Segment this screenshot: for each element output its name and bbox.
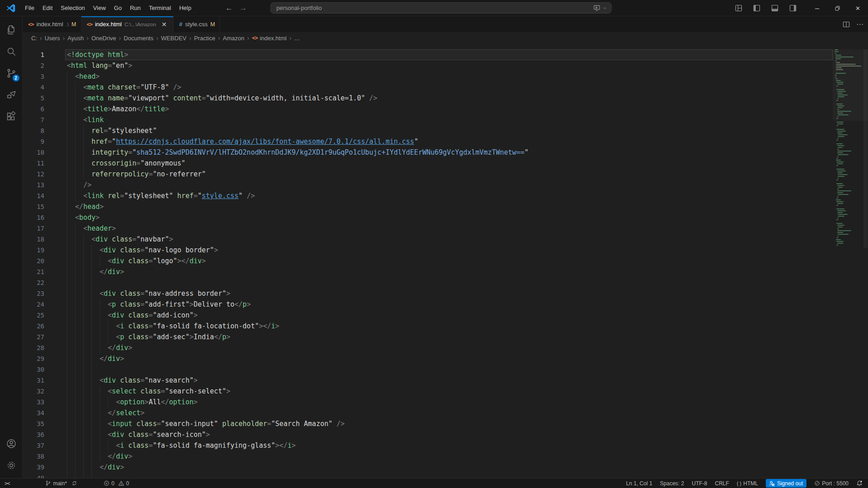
extensions-icon[interactable] <box>0 106 22 128</box>
breadcrumb-symbol-tail[interactable]: … <box>294 35 300 42</box>
customize-layout-icon[interactable] <box>732 2 745 14</box>
code-line-29[interactable]: 29 </div> <box>23 353 868 364</box>
source-control-icon[interactable]: 2 <box>0 62 22 84</box>
code-editor[interactable]: 1<!doctype html>2<html lang="en">3 <head… <box>23 44 868 478</box>
code-line-27[interactable]: 27 <p class="add-sec">India</p> <box>23 332 868 342</box>
code-line-34[interactable]: 34 </select> <box>23 407 868 418</box>
code-line-33[interactable]: 33 <option>All</option> <box>23 397 868 407</box>
toggle-panel-icon[interactable] <box>768 2 782 14</box>
code-line-6[interactable]: 6 <title>Amazon</title> <box>23 104 868 114</box>
menu-edit[interactable]: Edit <box>38 3 57 13</box>
code-line-7[interactable]: 7 <link <box>23 114 868 125</box>
menu-run[interactable]: Run <box>126 3 145 13</box>
breadcrumb-item-practice[interactable]: Practice <box>194 35 216 42</box>
settings-gear-icon[interactable] <box>0 455 22 476</box>
split-editor-icon[interactable] <box>843 21 850 28</box>
code-line-40[interactable]: 40 <box>23 473 868 478</box>
code-line-11[interactable]: 11 crossorigin="anonymous" <box>23 158 868 169</box>
code-line-31[interactable]: 31 <div class="nav-search"> <box>23 375 868 386</box>
code-line-16[interactable]: 16 <body> <box>23 212 868 223</box>
language-mode[interactable]: { } HTML <box>737 480 758 487</box>
code-line-8[interactable]: 8 rel="stylesheet" <box>23 125 868 136</box>
run-debug-icon[interactable] <box>0 84 22 106</box>
close-button[interactable]: ✕ <box>848 0 868 16</box>
encoding[interactable]: UTF-8 <box>692 480 707 487</box>
code-line-35[interactable]: 35 <input class="search-input" placehold… <box>23 418 868 429</box>
notifications-bell[interactable] <box>856 480 863 487</box>
breadcrumb-file[interactable]: <>index.html <box>251 35 287 42</box>
toggle-primary-sidebar-icon[interactable] <box>750 2 764 14</box>
problems-indicator[interactable]: 0 0 <box>104 480 129 487</box>
menu-terminal[interactable]: Terminal <box>145 3 175 13</box>
code-line-17[interactable]: 17 <header> <box>23 223 868 234</box>
back-arrow-icon[interactable]: ← <box>225 4 233 13</box>
breadcrumb-item-amazon[interactable]: Amazon <box>223 35 245 42</box>
code-line-23[interactable]: 23 <div class="nav-address border"> <box>23 288 868 299</box>
code-line-9[interactable]: 9 href="https://cdnjs.cloudflare.com/aja… <box>23 136 868 147</box>
minimap-line <box>836 161 844 162</box>
forward-arrow-icon[interactable]: → <box>239 4 247 13</box>
code-line-3[interactable]: 3 <head> <box>23 71 868 82</box>
search-icon[interactable] <box>0 41 22 62</box>
code-line-32[interactable]: 32 <select class="search-select"> <box>23 386 868 397</box>
code-line-37[interactable]: 37 <i class="fa-solid fa-magnifying-glas… <box>23 440 868 451</box>
explorer-icon[interactable] <box>0 19 22 41</box>
code-line-19[interactable]: 19 <div class="nav-logo border"> <box>23 245 868 256</box>
indentation[interactable]: Spaces: 2 <box>660 480 684 487</box>
code-line-30[interactable]: 30 <box>23 364 868 375</box>
code-line-13[interactable]: 13 /> <box>23 180 868 190</box>
code-line-1[interactable]: 1<!doctype html> <box>23 49 868 60</box>
toggle-secondary-sidebar-icon[interactable] <box>786 2 800 14</box>
breadcrumb-item-c[interactable]: C: <box>31 35 38 42</box>
command-center-screen-icon[interactable] <box>593 5 600 11</box>
code-line-28[interactable]: 28 </div> <box>23 342 868 353</box>
git-branch-indicator[interactable]: main* <box>45 480 67 487</box>
tab-index.html[interactable]: <>index.html.\M <box>23 16 81 32</box>
menu-view[interactable]: View <box>89 3 110 13</box>
minimap-slider[interactable] <box>833 49 868 121</box>
tab-close-icon[interactable]: ✕ <box>160 20 169 29</box>
breadcrumb-item-users[interactable]: Users <box>44 35 61 42</box>
remote-indicator[interactable]: >< <box>5 480 9 487</box>
code-line-39[interactable]: 39 </div> <box>23 462 868 473</box>
more-actions-icon[interactable]: ⋯ <box>856 20 863 28</box>
minimap-line <box>837 133 843 133</box>
code-line-12[interactable]: 12 referrerpolicy="no-referrer" <box>23 169 868 180</box>
code-line-22[interactable]: 22 <box>23 277 868 288</box>
restore-button[interactable] <box>827 0 848 16</box>
signed-out-badge[interactable]: Signed out <box>766 479 806 488</box>
code-line-14[interactable]: 14 <link rel="stylesheet" href="style.cs… <box>23 190 868 201</box>
command-center-search[interactable]: personal-portfolio <box>270 2 612 14</box>
code-line-26[interactable]: 26 <i class="fa-solid fa-location-dot"><… <box>23 321 868 332</box>
code-line-38[interactable]: 38 </div> <box>23 451 868 462</box>
breadcrumb-item-documents[interactable]: Documents <box>123 35 154 42</box>
account-icon[interactable] <box>0 433 22 455</box>
minimap[interactable] <box>835 49 862 248</box>
breadcrumb-item-ayush[interactable]: Ayush <box>67 35 84 42</box>
code-line-10[interactable]: 10 integrity="sha512-2SwdPD6INVrV/lHTZbO… <box>23 147 868 158</box>
chevron-down-icon[interactable] <box>602 5 607 11</box>
menu-file[interactable]: File <box>21 3 38 13</box>
menu-selection[interactable]: Selection <box>57 3 89 13</box>
code-line-2[interactable]: 2<html lang="en"> <box>23 60 868 71</box>
code-line-36[interactable]: 36 <div class="search-icon"> <box>23 429 868 440</box>
code-line-24[interactable]: 24 <p class="add-first">Deliver to</p> <box>23 299 868 310</box>
code-line-15[interactable]: 15 </head> <box>23 201 868 212</box>
sync-button[interactable] <box>71 480 77 486</box>
tab-index.html[interactable]: <>index.htmlC:\...\Amazon✕ <box>81 16 174 32</box>
menu-go[interactable]: Go <box>110 3 126 13</box>
cursor-position[interactable]: Ln 1, Col 1 <box>626 480 652 487</box>
live-server-port[interactable]: Port : 5500 <box>814 480 849 487</box>
code-line-21[interactable]: 21 </div> <box>23 266 868 277</box>
eol-sequence[interactable]: CRLF <box>715 480 729 487</box>
code-line-5[interactable]: 5 <meta name="viewport" content="width=d… <box>23 93 868 104</box>
code-line-4[interactable]: 4 <meta charset="UTF-8" /> <box>23 82 868 93</box>
breadcrumb-item-onedrive[interactable]: OneDrive <box>91 35 117 42</box>
code-line-20[interactable]: 20 <div class="logo"></div> <box>23 256 868 266</box>
code-line-25[interactable]: 25 <div class="add-icon"> <box>23 310 868 321</box>
tab-style.css[interactable]: #style.cssM <box>174 16 220 32</box>
code-line-18[interactable]: 18 <div class="navbar"> <box>23 234 868 245</box>
minimize-button[interactable]: ─ <box>807 0 827 16</box>
breadcrumb-item-webdev[interactable]: WEBDEV <box>161 35 187 42</box>
menu-help[interactable]: Help <box>175 3 195 13</box>
